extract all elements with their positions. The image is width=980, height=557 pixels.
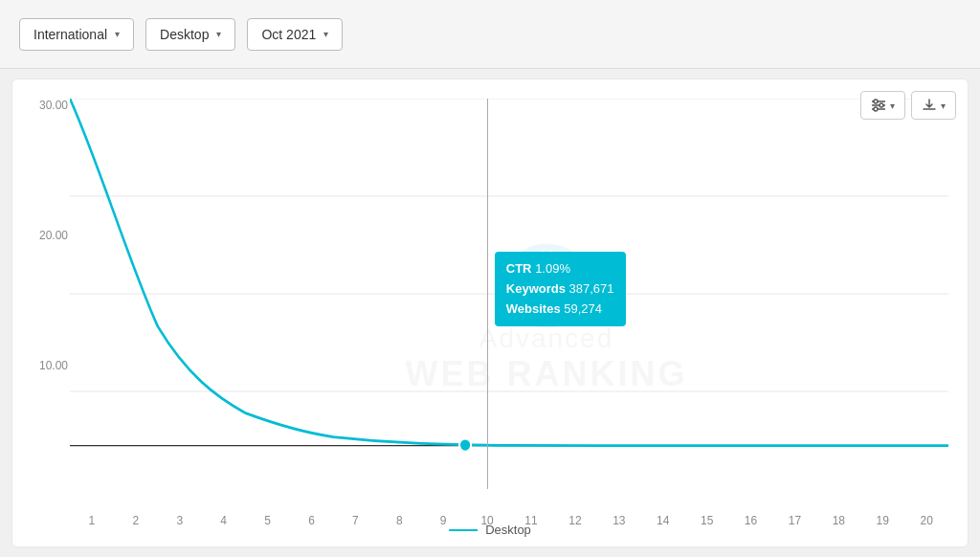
svg-point-5	[874, 107, 878, 111]
period-chevron: ▾	[323, 29, 328, 39]
x-label-17: 17	[773, 514, 817, 527]
region-label: International	[33, 27, 107, 42]
vertical-crosshair	[487, 99, 488, 489]
x-label-6: 6	[290, 514, 334, 527]
chart-legend: Desktop	[449, 523, 531, 537]
x-label-8: 8	[377, 514, 421, 527]
x-label-14: 14	[641, 514, 685, 527]
filter-icon	[871, 99, 886, 112]
x-label-4: 4	[202, 514, 246, 527]
download-chevron: ▾	[941, 100, 946, 111]
x-label-2: 2	[114, 514, 158, 527]
device-chevron: ▾	[216, 29, 221, 39]
x-label-20: 20	[904, 514, 948, 527]
legend-label: Desktop	[485, 523, 531, 537]
y-axis: 30.00 20.00 10.00	[22, 99, 68, 489]
region-chevron: ▾	[115, 29, 120, 39]
x-label-12: 12	[553, 514, 597, 527]
legend-line	[449, 529, 478, 531]
y-label-10: 10.00	[39, 359, 68, 372]
download-icon	[922, 98, 937, 113]
svg-point-3	[874, 100, 878, 103]
x-label-13: 13	[597, 514, 641, 527]
chart-container: ▾ ▾ 🌐 Advanced WEB RANKING 30.00 20.00 1…	[11, 78, 969, 547]
device-dropdown[interactable]: Desktop ▾	[145, 18, 235, 51]
x-label-1: 1	[70, 514, 114, 527]
download-button[interactable]: ▾	[911, 91, 956, 120]
chart-toolbar: ▾ ▾	[860, 91, 956, 120]
x-label-5: 5	[246, 514, 290, 527]
y-label-30: 30.00	[39, 99, 68, 112]
filter-chevron: ▾	[890, 100, 895, 111]
x-label-18: 18	[816, 514, 860, 527]
filter-button[interactable]: ▾	[860, 91, 905, 120]
x-label-7: 7	[333, 514, 377, 527]
svg-point-4	[880, 103, 883, 107]
x-label-16: 16	[729, 514, 773, 527]
region-dropdown[interactable]: International ▾	[19, 18, 134, 51]
period-dropdown[interactable]: Oct 2021 ▾	[247, 18, 343, 51]
chart-svg	[70, 99, 948, 489]
y-label-20: 20.00	[39, 229, 68, 242]
x-label-3: 3	[158, 514, 202, 527]
period-label: Oct 2021	[261, 27, 316, 42]
device-label: Desktop	[160, 27, 209, 42]
svg-point-11	[459, 438, 471, 452]
top-bar: International ▾ Desktop ▾ Oct 2021 ▾	[0, 0, 980, 69]
x-label-15: 15	[685, 514, 729, 527]
x-label-19: 19	[860, 514, 904, 527]
